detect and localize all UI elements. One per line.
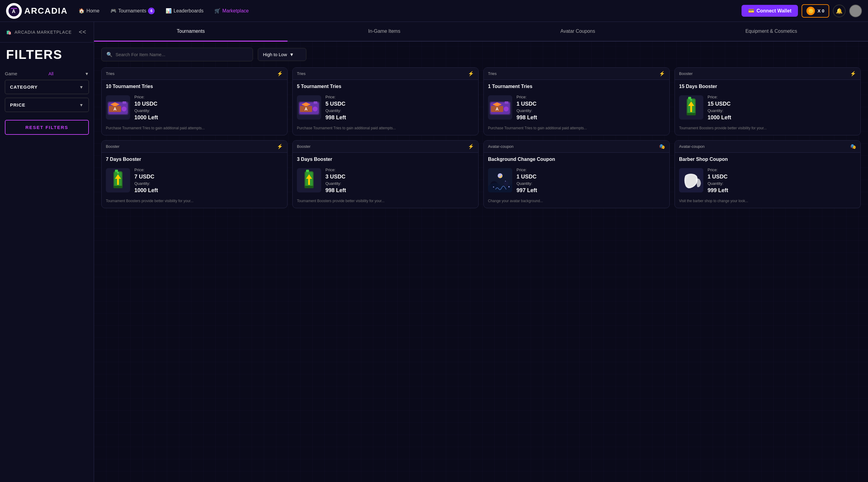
card-image — [679, 168, 703, 193]
connect-wallet-label: Connect Wallet — [757, 8, 792, 13]
reset-filters-button[interactable]: RESET FILTERS — [5, 120, 89, 135]
token-count: X 0 — [817, 8, 824, 13]
navbar: A ARCADIA 🏠 Home 🎮 Tournaments 6 📊 Leade… — [0, 0, 868, 22]
item-card-background-change-coupon[interactable]: Avatar-coupon 🎭 Background Change Coupon… — [484, 140, 670, 208]
logo-text: ARCADIA — [24, 6, 68, 16]
sort-chevron-icon: ▼ — [289, 52, 294, 57]
svg-text:✦: ✦ — [505, 180, 506, 182]
item-card-5-tournament-tries[interactable]: Tries ⚡ 5 Tournament Tries A — [292, 67, 478, 135]
quantity-label: Quantity: — [134, 108, 158, 113]
price-label: Price: — [134, 168, 158, 172]
price-value: 1 USDC — [517, 174, 537, 179]
quantity-label: Quantity: — [517, 108, 537, 113]
search-box[interactable]: 🔍 — [101, 48, 253, 61]
connect-wallet-button[interactable]: 💳 Connect Wallet — [742, 5, 798, 17]
quantity-label: Quantity: — [326, 181, 346, 186]
svg-rect-39 — [305, 186, 314, 188]
svg-text:A: A — [114, 107, 117, 111]
category-filter-dropdown[interactable]: CATEGORY ▼ — [5, 80, 89, 94]
price-filter-label: PRICE — [10, 102, 26, 108]
svg-text:A: A — [305, 107, 308, 111]
svg-text:✦: ✦ — [508, 185, 510, 189]
marketplace-icon: 🛒 — [214, 8, 220, 13]
card-header: Tries ⚡ — [293, 68, 478, 80]
svg-text:🌙: 🌙 — [498, 174, 502, 178]
sidebar: 🛍️ ARCADIA MARKETPLACE << FILTERS Game A… — [0, 22, 94, 482]
card-category-label: Booster — [106, 144, 120, 149]
item-card-15-days-booster[interactable]: Booster ⚡ 15 Days Booster — [675, 67, 861, 135]
lightning-icon: ⚡ — [468, 71, 474, 77]
nav-tournaments-label: Tournaments — [118, 8, 147, 13]
notification-button[interactable]: 🔔 — [833, 4, 845, 17]
card-image — [297, 168, 321, 193]
card-info: Price: 5 USDC Quantity: 998 Left — [326, 95, 346, 120]
nav-leaderboards[interactable]: 📊 Leaderboards — [164, 5, 205, 16]
quantity-value: 998 Left — [517, 115, 537, 120]
card-image: A — [488, 95, 512, 120]
svg-text:✦: ✦ — [493, 186, 495, 189]
card-info: Price: 3 USDC Quantity: 998 Left — [326, 168, 346, 193]
nav-marketplace[interactable]: 🛒 Marketplace — [213, 5, 250, 16]
price-label: Price: — [708, 95, 731, 99]
lightning-icon: ⚡ — [277, 144, 283, 149]
card-info: Price: 7 USDC Quantity: 1000 Left — [134, 168, 158, 193]
item-card-3-days-booster[interactable]: Booster ⚡ 3 Days Booster — [292, 140, 478, 208]
tabs: Tournaments In-Game Items Avatar Coupons… — [94, 22, 868, 41]
price-chevron-icon: ▼ — [79, 103, 84, 108]
card-info: Price: 1 USDC Quantity: 997 Left — [517, 168, 537, 193]
lightning-icon: ⚡ — [659, 71, 665, 77]
svg-point-7 — [122, 107, 126, 111]
nav-tournaments[interactable]: 🎮 Tournaments 6 — [109, 5, 156, 17]
item-card-10-tournament-tries[interactable]: Tries ⚡ 10 Tournament Tries A — [101, 67, 287, 135]
price-filter-dropdown[interactable]: PRICE ▼ — [5, 98, 89, 112]
sort-dropdown[interactable]: High to Low ▼ — [258, 48, 306, 61]
svg-rect-37 — [306, 170, 309, 172]
lightning-icon: ⚡ — [850, 71, 856, 77]
card-title: 3 Days Booster — [293, 153, 478, 165]
game-filter-row[interactable]: Game All ▼ — [5, 71, 89, 76]
nav-links: 🏠 Home 🎮 Tournaments 6 📊 Leaderboards 🛒 … — [78, 5, 732, 17]
card-title: Barber Shop Coupon — [675, 153, 860, 165]
card-image — [106, 168, 130, 193]
nav-home[interactable]: 🏠 Home — [78, 5, 101, 16]
tab-tournaments[interactable]: Tournaments — [94, 22, 287, 41]
card-header: Booster ⚡ — [293, 141, 478, 153]
tab-avatar-coupons[interactable]: Avatar Coupons — [481, 22, 675, 41]
card-image — [679, 95, 703, 120]
toolbar: 🔍 High to Low ▼ — [94, 41, 868, 67]
search-input[interactable] — [116, 52, 248, 57]
price-label: Price: — [708, 168, 728, 172]
nav-home-label: Home — [87, 8, 99, 13]
lightning-icon: ⚡ — [277, 71, 283, 77]
tab-in-game-items[interactable]: In-Game Items — [287, 22, 481, 41]
card-body: Price: 15 USDC Quantity: 1000 Left — [675, 92, 860, 123]
svg-text:A: A — [12, 9, 16, 14]
price-value: 5 USDC — [326, 101, 346, 107]
card-image: A — [297, 95, 321, 120]
item-card-7-days-booster[interactable]: Booster ⚡ 7 Days Booster — [101, 140, 287, 208]
search-icon: 🔍 — [106, 52, 113, 57]
card-title: 5 Tournament Tries — [293, 80, 478, 92]
game-chevron-icon: ▼ — [85, 71, 89, 76]
svg-rect-27 — [687, 113, 696, 115]
card-title: 15 Days Booster — [675, 80, 860, 92]
card-title: 1 Tournament Tries — [484, 80, 669, 92]
logo[interactable]: A ARCADIA — [6, 3, 68, 19]
item-card-1-tournament-tries[interactable]: Tries ⚡ 1 Tournament Tries A — [484, 67, 670, 135]
filters-title: FILTERS — [0, 42, 94, 68]
card-info: Price: 15 USDC Quantity: 1000 Left — [708, 95, 731, 120]
items-grid: Tries ⚡ 10 Tournament Tries A — [94, 67, 868, 216]
card-body: Price: 1 USDC Quantity: 999 Left — [675, 165, 860, 196]
user-avatar[interactable] — [849, 4, 862, 17]
card-title: 10 Tournament Tries — [102, 80, 287, 92]
nav-right: 💳 Connect Wallet 🪙 X 0 🔔 — [742, 4, 862, 18]
tab-equipment-cosmetics[interactable]: Equipment & Cosmetics — [675, 22, 868, 41]
sort-label: High to Low — [263, 52, 287, 57]
svg-point-21 — [504, 107, 508, 111]
home-icon: 🏠 — [79, 8, 85, 13]
sidebar-collapse-button[interactable]: << — [78, 27, 88, 37]
card-info: Price: 10 USDC Quantity: 1000 Left — [134, 95, 158, 120]
quantity-value: 1000 Left — [134, 115, 158, 120]
nav-leaderboards-label: Leaderboards — [174, 8, 204, 13]
item-card-barber-shop-coupon[interactable]: Avatar-coupon 🎭 Barber Shop Coupon — [675, 140, 861, 208]
